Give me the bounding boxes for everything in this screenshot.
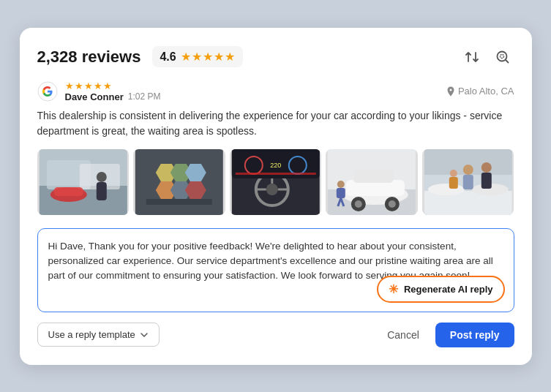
chevron-down-icon: [140, 331, 149, 339]
svg-point-50: [481, 162, 492, 173]
footer-row: Use a reply template Cancel Post reply: [37, 323, 514, 347]
author-stars: ★★★★★: [65, 80, 161, 91]
author-name: Dave Conner: [65, 91, 124, 102]
regenerate-ai-reply-button[interactable]: ✳ Regenerate AI reply: [377, 276, 505, 303]
svg-point-21: [266, 184, 277, 195]
author-info: ★★★★★ Dave Conner 1:02 PM: [65, 80, 161, 102]
post-reply-button[interactable]: Post reply: [435, 323, 514, 347]
reviews-count: 2,328 reviews: [37, 48, 141, 67]
svg-point-36: [355, 200, 362, 208]
header-row: 2,328 reviews 4.6 ★★★★★: [37, 45, 514, 69]
location-text: Palo Alto, CA: [458, 86, 514, 97]
svg-rect-51: [481, 173, 492, 189]
photo-2: [133, 149, 225, 215]
author-time: 1:02 PM: [128, 91, 161, 102]
location-icon: [446, 86, 455, 97]
regen-label: Regenerate AI reply: [404, 284, 493, 295]
photo-5: [422, 149, 514, 215]
photo-1: [37, 149, 130, 215]
author-meta: Dave Conner 1:02 PM: [65, 91, 161, 102]
photo-4: [326, 149, 418, 215]
svg-point-1: [500, 54, 503, 58]
svg-rect-53: [449, 177, 458, 189]
svg-rect-8: [53, 187, 83, 196]
search-icon: [495, 49, 511, 65]
svg-rect-34: [353, 170, 394, 183]
reply-box: ✳ Regenerate AI reply: [37, 228, 514, 312]
rating-number: 4.6: [160, 50, 176, 64]
svg-rect-29: [235, 173, 315, 175]
svg-rect-18: [146, 199, 212, 205]
review-card: 2,328 reviews 4.6 ★★★★★: [20, 28, 532, 365]
svg-rect-10: [96, 182, 106, 200]
sort-button[interactable]: [460, 45, 484, 69]
svg-rect-40: [337, 188, 345, 198]
svg-point-48: [463, 165, 473, 175]
sort-icon: [465, 50, 479, 64]
svg-point-9: [96, 172, 106, 182]
footer-actions: Cancel Post reply: [380, 323, 514, 347]
photo-3: 220: [230, 149, 322, 215]
template-label: Use a reply template: [48, 329, 135, 340]
svg-rect-49: [463, 175, 473, 189]
location-info: Palo Alto, CA: [446, 86, 514, 97]
header-icons: [460, 45, 514, 69]
svg-point-38: [389, 200, 396, 208]
cancel-button[interactable]: Cancel: [380, 323, 427, 347]
author-left: ★★★★★ Dave Conner 1:02 PM: [37, 80, 161, 102]
use-reply-template-button[interactable]: Use a reply template: [37, 323, 160, 347]
svg-point-52: [450, 170, 457, 177]
search-button[interactable]: [491, 45, 514, 69]
google-icon: [37, 81, 58, 102]
photos-row: 220: [37, 149, 514, 215]
svg-point-46: [428, 184, 465, 195]
rating-stars: ★★★★★: [181, 50, 236, 64]
svg-point-39: [337, 181, 345, 188]
regenerate-icon: ✳: [389, 282, 398, 296]
header-left: 2,328 reviews 4.6 ★★★★★: [37, 46, 243, 67]
svg-text:220: 220: [270, 162, 281, 169]
rating-badge: 4.6 ★★★★★: [152, 46, 242, 67]
review-text: This dealership is consistent in deliver…: [37, 108, 514, 139]
author-row: ★★★★★ Dave Conner 1:02 PM Palo Alto, CA: [37, 80, 514, 102]
